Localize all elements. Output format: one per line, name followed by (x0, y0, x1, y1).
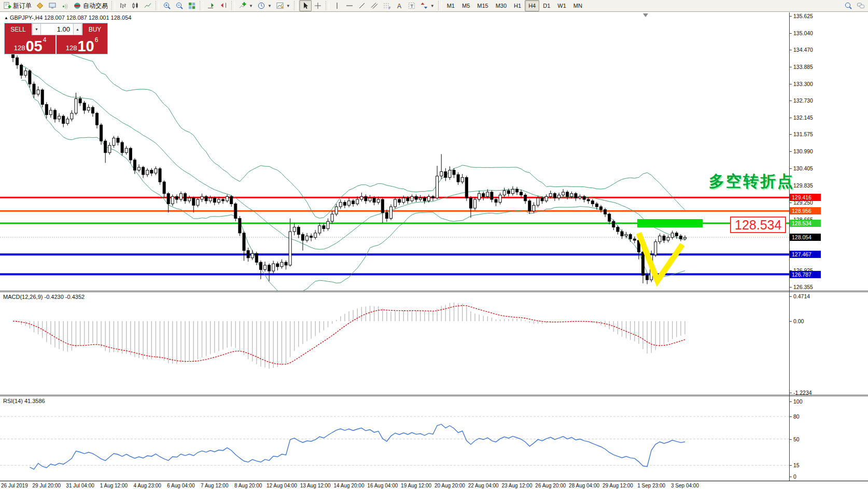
line-chart-button[interactable] (142, 0, 154, 11)
timeframe-mn[interactable]: MN (570, 0, 586, 11)
bar-chart-button[interactable] (117, 0, 129, 11)
tile-windows-button[interactable] (186, 0, 198, 11)
price-line-badge[interactable]: 128.534 (790, 220, 821, 227)
timeframe-d1[interactable]: D1 (539, 0, 554, 11)
timeframe-m15[interactable]: M15 (473, 0, 492, 11)
metaeditor-button[interactable] (34, 0, 46, 11)
price-tick-label: 129.835 (793, 182, 813, 189)
chart-shift-button[interactable] (217, 0, 230, 11)
dropdown-arrow-icon[interactable]: ▼ (286, 4, 290, 8)
chat-button[interactable] (855, 0, 867, 11)
indicators-button[interactable]: ▼ (236, 0, 255, 11)
vertical-line-button[interactable] (331, 0, 343, 11)
rsi-tick-mark (789, 416, 792, 417)
templates-button[interactable]: ▼ (274, 0, 292, 11)
terminal-button[interactable] (46, 0, 59, 11)
timeframe-m30[interactable]: M30 (492, 0, 510, 11)
zoom-in-button[interactable] (161, 0, 173, 11)
price-tick-label: 132.730 (793, 97, 813, 104)
timeframe-m5[interactable]: M5 (458, 0, 473, 11)
svg-text:A: A (397, 3, 401, 10)
price-tick-mark (789, 16, 792, 17)
time-axis[interactable]: 26 Jul 201929 Jul 20:0031 Jul 04:001 Aug… (0, 481, 868, 489)
sell-button[interactable]: SELL (5, 23, 32, 35)
price-tick-mark (789, 151, 792, 152)
timeframe-w1[interactable]: W1 (554, 0, 570, 11)
equidistant-channel-button[interactable] (368, 0, 381, 11)
chart-shift-marker[interactable] (643, 13, 648, 17)
rsi-tick-label: 100 (793, 398, 803, 405)
cursor-button[interactable] (299, 0, 312, 11)
periods-button[interactable]: ▼ (255, 0, 274, 11)
price-line-badge[interactable]: 126.787 (790, 271, 821, 278)
text-label-button[interactable]: T (405, 0, 418, 11)
bar-chart-icon (119, 2, 127, 10)
buy-price-button[interactable]: 128106 (57, 35, 107, 54)
timeframe-h1[interactable]: H1 (510, 0, 525, 11)
time-tick-label: 12 Aug 04:00 (267, 483, 297, 488)
time-tick-label: 19 Aug 12:00 (401, 483, 431, 488)
time-tick-label: 28 Aug 04:00 (569, 483, 599, 488)
cursor-icon (301, 2, 310, 10)
toolbar-separator (231, 1, 235, 10)
zoom-out-button[interactable] (173, 0, 186, 11)
channel-icon (370, 2, 379, 10)
time-tick-label: 26 Aug 20:00 (535, 483, 566, 488)
time-tick-label: 6 Aug 04:00 (167, 483, 194, 488)
collapse-triangle-icon[interactable]: ▲ (4, 16, 8, 20)
price-tick-mark (789, 287, 792, 287)
time-tick-label: 8 Aug 20:00 (234, 483, 262, 488)
price-line-badge[interactable]: 128.956 (790, 207, 821, 214)
volume-input[interactable] (41, 23, 73, 35)
pane-separator-rsi[interactable] (0, 395, 868, 396)
pane-separator-macd[interactable] (0, 291, 868, 292)
volume-decrease-button[interactable]: ▼ (32, 23, 41, 35)
rsi-pane[interactable] (0, 396, 789, 481)
macd-tick-label: 0.00 (793, 318, 804, 324)
rsi-tick-mark (789, 401, 792, 402)
time-tick-label: 29 Jul 20:00 (33, 483, 61, 488)
time-tick-label: 31 Jul 04:00 (66, 483, 94, 488)
fibonacci-icon: F (383, 2, 391, 10)
price-callout-label[interactable]: 128.534 (730, 217, 786, 233)
search-button[interactable] (842, 0, 855, 11)
rsi-tick-mark (789, 439, 792, 440)
text-button[interactable]: A (393, 0, 405, 11)
auto-scroll-icon (207, 2, 215, 10)
dropdown-arrow-icon[interactable]: ▼ (249, 4, 253, 8)
auto-scroll-button[interactable] (205, 0, 217, 11)
text-icon: A (395, 2, 403, 10)
price-tick-mark (789, 33, 792, 34)
price-line-badge[interactable]: 129.416 (790, 194, 821, 201)
signals-button[interactable] (59, 0, 71, 11)
candlestick-chart-button[interactable] (129, 0, 142, 11)
dropdown-arrow-icon[interactable]: ▼ (430, 4, 435, 8)
dropdown-arrow-icon[interactable]: ▼ (268, 4, 272, 8)
terminal-icon (48, 2, 57, 10)
main-price-pane[interactable] (0, 12, 789, 291)
new-order-button[interactable]: 新订单 (1, 0, 34, 11)
new-order-icon (3, 2, 11, 10)
fibonacci-button[interactable]: F (381, 0, 393, 11)
buy-button[interactable]: BUY (82, 23, 107, 35)
timeframe-h4[interactable]: H4 (525, 0, 539, 11)
vline-icon (333, 2, 341, 10)
autotrading-button[interactable]: 自动交易 (71, 0, 110, 11)
horizontal-line-button[interactable] (343, 0, 356, 11)
timeframe-m1[interactable]: M1 (443, 0, 458, 11)
new-order-button-label: 新订单 (13, 2, 32, 10)
toolbar-separator (438, 1, 442, 10)
time-tick-label: 26 Jul 2019 (1, 483, 28, 488)
trendline-button[interactable] (356, 0, 368, 11)
sell-price-button[interactable]: 128054 (5, 35, 55, 54)
crosshair-button[interactable] (312, 0, 324, 11)
buy-price-prefix: 128 (66, 44, 77, 52)
price-tick-mark (789, 134, 792, 135)
macd-tick-mark (789, 393, 792, 393)
rsi-tick-label: 0 (793, 473, 796, 480)
macd-pane[interactable] (0, 292, 789, 395)
arrows-button[interactable]: ▼ (418, 0, 437, 11)
price-line-badge[interactable]: 127.467 (790, 251, 821, 258)
volume-increase-button[interactable]: ▲ (73, 23, 82, 35)
indicators-icon (239, 2, 247, 10)
